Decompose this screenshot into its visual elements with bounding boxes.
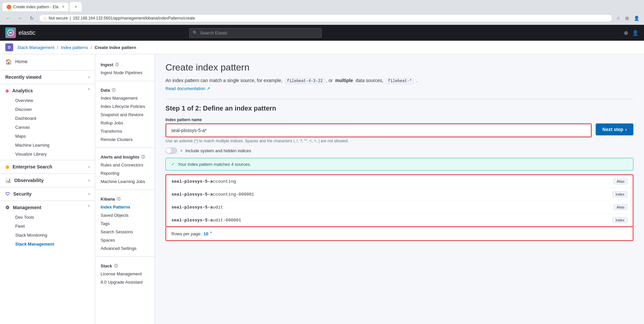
enterprise-label: Enterprise Search <box>13 164 52 169</box>
nav-link-ml-jobs[interactable]: Machine Learning Jobs <box>95 177 155 186</box>
index-name-1: seal-plossys-5-accounting-000001 <box>171 192 613 197</box>
code-example-2: filebeat-* <box>386 78 414 84</box>
toggle-x-icon: ✕ <box>180 149 183 153</box>
sidebar-group-management[interactable]: ⚙ Management ˅ <box>0 202 95 213</box>
index-pattern-input[interactable] <box>167 125 590 136</box>
nav-link-license[interactable]: License Management <box>95 270 155 278</box>
nav-link-tags[interactable]: Tags <box>95 219 155 228</box>
elastic-logo[interactable]: elastic <box>5 27 35 38</box>
nav-link-search-sessions[interactable]: Search Sessions <box>95 228 155 236</box>
read-docs-link[interactable]: Read documentation ↗ <box>165 86 210 91</box>
alerts-info-icon: ⓘ <box>141 155 145 160</box>
form-hint: Use an asterisk (*) to match multiple in… <box>165 139 633 143</box>
sidebar-sub-ml[interactable]: Machine Learning <box>0 141 95 150</box>
sidebar-divider-1 <box>0 70 95 70</box>
sidebar-sub-stack-management[interactable]: Stack Management <box>0 240 95 249</box>
help-button[interactable]: ⊕ <box>624 30 628 36</box>
table-row-0: seal-plossys-5-accounting Alias <box>166 175 633 188</box>
sidebar-home-section: 🏠 Home <box>0 54 95 69</box>
system-indices-toggle[interactable] <box>165 147 177 154</box>
profile-button[interactable]: 👤 <box>632 14 641 22</box>
breadcrumb-stack-management[interactable]: Stack Management <box>17 45 54 50</box>
header-search-input[interactable] <box>189 28 322 38</box>
nav-link-snapshot[interactable]: Snapshot and Restore <box>95 111 155 119</box>
rows-dropdown[interactable]: 10 ˅ <box>204 231 212 236</box>
address-bar[interactable]: ⚠ Not secure | 192.168.164.132:5601/app/… <box>39 14 612 22</box>
user-avatar-button[interactable]: 👤 <box>632 30 639 36</box>
sidebar-group-analytics[interactable]: ◈ Analytics ˅ <box>0 85 95 96</box>
sidebar-sub-dashboard[interactable]: Dashboard <box>0 114 95 123</box>
back-button[interactable]: ← <box>3 14 13 23</box>
management-label: Management <box>13 205 41 210</box>
sidebar-recently-viewed[interactable]: Recently viewed › <box>0 72 95 82</box>
sidebar-group-enterprise[interactable]: ◉ Enterprise Search › <box>0 162 95 172</box>
sidebar-sub-overview[interactable]: Overview <box>0 96 95 105</box>
recently-viewed-label: Recently viewed <box>5 74 41 80</box>
nav-divider-2 <box>95 148 155 148</box>
extensions-button[interactable]: ⊞ <box>624 14 630 22</box>
breadcrumb-sep-1: / <box>57 45 58 50</box>
index-pattern-form-group: Index pattern name Next step › Use an as… <box>165 117 633 143</box>
close-tab-button[interactable]: ✕ <box>62 5 65 9</box>
nav-link-index-patterns[interactable]: Index Patterns <box>95 203 155 211</box>
index-badge-2: Alias <box>614 204 627 210</box>
sidebar-sub-devtools[interactable]: Dev Tools <box>0 213 95 222</box>
sidebar-sub-discover[interactable]: Discover <box>0 105 95 114</box>
nav-link-reporting[interactable]: Reporting <box>95 169 155 177</box>
nav-link-rules[interactable]: Rules and Connectors <box>95 161 155 169</box>
nav-link-rollup[interactable]: Rollup Jobs <box>95 119 155 127</box>
nav-link-ilm[interactable]: Index Lifecycle Policies <box>95 102 155 111</box>
browser-nav: ← → ↻ ⚠ Not secure | 192.168.164.132:560… <box>0 12 644 25</box>
next-step-arrow: › <box>625 127 627 132</box>
bookmark-button[interactable]: ☆ <box>615 14 622 22</box>
forward-button[interactable]: → <box>15 14 24 23</box>
index-badge-0: Alias <box>614 178 627 184</box>
sidebar-sub-stack-monitoring[interactable]: Stack Monitoring <box>0 231 95 240</box>
nav-link-spaces[interactable]: Spaces <box>95 236 155 244</box>
nav-link-advanced-settings[interactable]: Advanced Settings <box>95 244 155 253</box>
sidebar-group-observability[interactable]: 📊 Observability › <box>0 175 95 186</box>
sidebar-sub-fleet[interactable]: Fleet <box>0 222 95 231</box>
index-name-3: seal-plossys-5-audit-000001 <box>171 218 613 223</box>
nav-link-saved-objects[interactable]: Saved Objects <box>95 211 155 219</box>
header-search[interactable]: 🔍 <box>189 28 322 38</box>
nav-section-alerts: Alerts and Insights ⓘ <box>95 152 155 161</box>
analytics-icon: ◈ <box>5 88 9 93</box>
tab-favicon <box>7 5 11 9</box>
main-content: Create index pattern An index pattern ca… <box>155 54 644 324</box>
nav-link-remote-clusters[interactable]: Remote Clusters <box>95 135 155 144</box>
observability-label: Observability <box>14 178 44 183</box>
nav-section-stack: Stack ⓘ <box>95 261 155 270</box>
elastic-icon <box>5 27 16 38</box>
security-warning-icon: ⚠ <box>43 16 47 21</box>
new-tab-button[interactable]: ＋ <box>70 2 82 12</box>
reload-button[interactable]: ↻ <box>27 14 36 23</box>
index-badge-1: Index <box>613 191 627 197</box>
sidebar-item-home[interactable]: 🏠 Home <box>0 56 95 68</box>
sidebar-sub-canvas[interactable]: Canvas <box>0 123 95 132</box>
breadcrumb-index-patterns[interactable]: Index patterns <box>61 45 88 50</box>
next-step-button[interactable]: Next step › <box>596 123 633 135</box>
success-message: Your index pattern matches 4 sources. <box>178 162 251 167</box>
nav-panel: Ingest ⓘ Ingest Node Pipelines Data ⓘ In… <box>95 54 155 324</box>
home-label: Home <box>15 59 90 64</box>
nav-link-upgrade[interactable]: 8.0 Upgrade Assistant <box>95 278 155 286</box>
tab-title: Create index pattern - Ela <box>13 5 59 9</box>
nav-link-index-mgmt[interactable]: Index Management <box>95 94 155 102</box>
page-description: An index pattern can match a single sour… <box>165 77 633 84</box>
success-banner: ✓ Your index pattern matches 4 sources. <box>165 158 633 170</box>
nav-link-transforms[interactable]: Transforms <box>95 127 155 135</box>
sidebar-sub-maps[interactable]: Maps <box>0 132 95 141</box>
ingest-info-icon: ⓘ <box>115 62 119 67</box>
toggle-label: Include system and hidden indices <box>185 148 251 153</box>
sidebar-divider-6 <box>0 201 95 201</box>
sidebar-sub-visualize[interactable]: Visualize Library <box>0 150 95 159</box>
stack-info-icon: ⓘ <box>114 263 118 268</box>
observability-icon: 📊 <box>5 178 11 183</box>
active-tab[interactable]: Create index pattern - Ela ✕ <box>3 3 69 11</box>
browser-chrome: Create index pattern - Ela ✕ ＋ ← → ↻ ⚠ N… <box>0 0 644 25</box>
index-matches-table: seal-plossys-5-accounting Alias seal-plo… <box>165 174 633 227</box>
nav-link-ingest-pipelines[interactable]: Ingest Node Pipelines <box>95 69 155 77</box>
sidebar-group-security[interactable]: 🛡 Security › <box>0 189 95 199</box>
nav-section-ingest: Ingest ⓘ <box>95 60 155 69</box>
